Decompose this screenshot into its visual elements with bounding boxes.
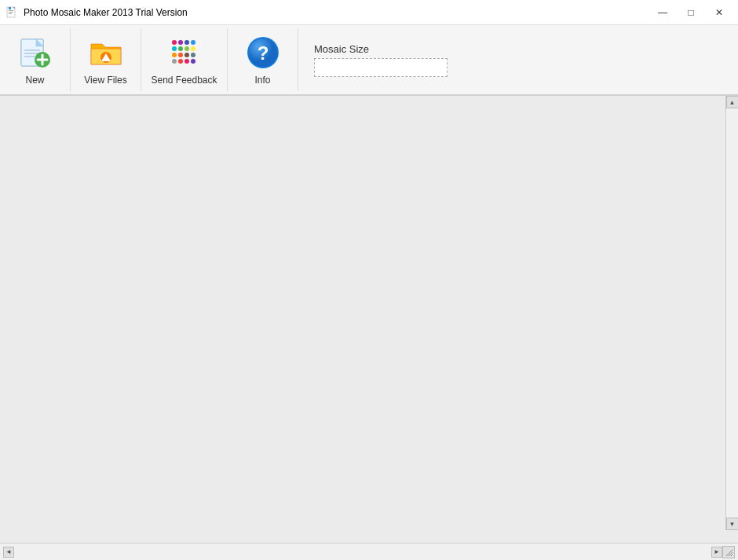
resize-handle[interactable] — [722, 546, 735, 558]
svg-point-27 — [184, 53, 189, 57]
scroll-right-button[interactable]: ► — [711, 547, 722, 558]
svg-text:?: ? — [257, 42, 269, 64]
app-title: Photo Mosaic Maker 2013 Trial Version — [24, 7, 188, 18]
svg-point-21 — [172, 46, 177, 51]
svg-point-23 — [184, 46, 189, 51]
svg-point-18 — [178, 40, 183, 45]
send-feedback-label: Send Feedback — [151, 75, 217, 86]
svg-point-17 — [172, 40, 177, 45]
scroll-left-button[interactable]: ◄ — [3, 547, 14, 558]
svg-line-39 — [731, 555, 733, 556]
resize-icon — [725, 548, 733, 556]
title-bar: Photo Mosaic Maker 2013 Trial Version — … — [0, 0, 738, 25]
maximize-button[interactable]: □ — [678, 4, 703, 21]
main-content: ▲ ▼ — [0, 96, 738, 543]
info-icon: ? — [244, 34, 282, 71]
title-bar-left: Photo Mosaic Maker 2013 Trial Version — [6, 6, 188, 19]
new-icon — [16, 34, 54, 71]
scroll-up-button[interactable]: ▲ — [726, 96, 739, 108]
scrollbar-right: ▲ ▼ — [725, 96, 738, 530]
svg-rect-5 — [9, 13, 12, 14]
svg-point-22 — [178, 46, 183, 51]
svg-point-31 — [184, 59, 189, 64]
view-files-icon — [87, 34, 125, 71]
svg-rect-4 — [9, 12, 13, 13]
svg-point-20 — [191, 40, 195, 45]
svg-rect-1 — [9, 7, 11, 9]
mosaic-size-label: Mosaic Size — [314, 43, 448, 55]
minimize-button[interactable]: — — [650, 4, 675, 21]
svg-point-32 — [191, 59, 195, 64]
status-bar: ◄ ► — [0, 543, 738, 560]
svg-point-26 — [178, 53, 183, 57]
svg-point-19 — [184, 40, 189, 45]
close-button[interactable]: ✕ — [707, 4, 732, 21]
new-label: New — [25, 75, 44, 86]
svg-point-30 — [178, 59, 183, 64]
status-bar-left: ◄ ► — [3, 547, 722, 558]
svg-point-24 — [191, 46, 195, 51]
title-bar-controls: — □ ✕ — [650, 4, 732, 21]
new-button[interactable]: New — [0, 28, 71, 91]
send-feedback-button[interactable]: Send Feedback — [141, 28, 228, 91]
svg-point-29 — [172, 59, 177, 64]
view-files-label: View Files — [84, 75, 126, 86]
view-files-button[interactable]: View Files — [71, 28, 141, 91]
app-icon — [6, 6, 19, 19]
info-button[interactable]: ? Info — [228, 28, 298, 91]
mosaic-size-input[interactable] — [314, 58, 448, 77]
toolbar: New View Files — [0, 25, 738, 96]
scrollbar-track-right — [726, 108, 738, 518]
send-feedback-icon — [166, 34, 203, 71]
mosaic-size-area: Mosaic Size — [298, 28, 463, 91]
svg-rect-3 — [9, 10, 13, 11]
scroll-down-button[interactable]: ▼ — [726, 518, 739, 530]
info-label: Info — [254, 75, 270, 86]
svg-point-25 — [172, 53, 177, 57]
svg-point-28 — [191, 53, 195, 57]
